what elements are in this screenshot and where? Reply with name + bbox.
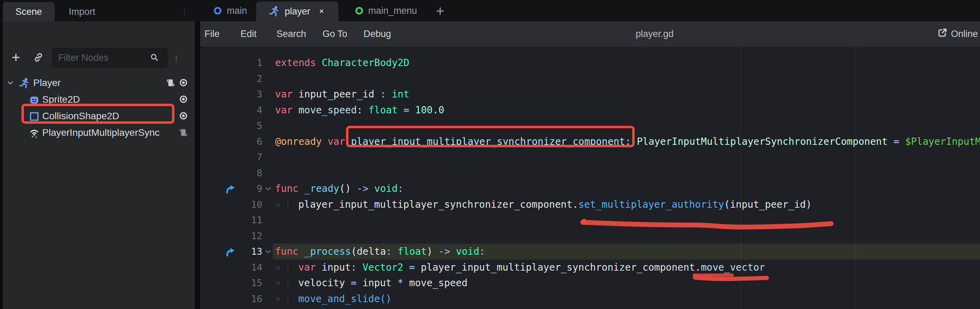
line-number: 11 (200, 212, 262, 228)
line-number: 4 (200, 102, 262, 118)
new-tab-button[interactable] (434, 6, 446, 18)
line-number: 1 (200, 55, 262, 71)
script-icon[interactable] (165, 78, 175, 90)
code-line-12[interactable]: 12 (200, 228, 980, 244)
line-number: 9 (200, 181, 262, 196)
code-text: func _ready() -> void: (275, 181, 404, 196)
fold-chevron-icon[interactable] (264, 248, 272, 257)
current-file-name: player.gd (636, 21, 674, 47)
visibility-eye-icon[interactable] (178, 78, 189, 90)
line-length-guideline (856, 47, 856, 309)
online-docs-link[interactable]: Online (936, 21, 978, 47)
line-number: 3 (200, 86, 262, 102)
character-body-2d-icon (269, 6, 280, 17)
scene-tree: PlayerSprite2DCollisionShape2DPlayerInpu… (0, 48, 196, 309)
code-text: »var input: Vector2 = player_input_multi… (275, 260, 765, 276)
code-line-15[interactable]: 15»velocity = input * move_speed (200, 275, 980, 291)
code-text: »player_input_multiplayer_synchronizer_c… (275, 196, 811, 212)
visibility-eye-icon[interactable] (178, 111, 189, 123)
menu-edit[interactable]: Edit (240, 21, 257, 47)
dock-menu-dots-icon[interactable] (183, 5, 188, 20)
collision-shape-2d-icon (29, 111, 40, 124)
menu-go-to[interactable]: Go To (323, 21, 347, 47)
code-line-2[interactable]: 2 (200, 71, 980, 87)
tree-row-playerinputmultiplayersync[interactable]: PlayerInputMultiplayerSync (0, 124, 195, 141)
code-line-3[interactable]: 3var input_peer_id : int (200, 86, 980, 102)
control-node-icon (355, 6, 364, 15)
line-number: 17 (200, 307, 262, 309)
sprite-2d-icon (29, 94, 40, 107)
line-number: 8 (200, 165, 262, 181)
line-number: 7 (200, 149, 262, 165)
code-line-1[interactable]: 1extends CharacterBody2D (200, 55, 980, 71)
scene-tab-main_menu[interactable]: main_menu (341, 0, 431, 21)
code-line-7[interactable]: 7 (200, 149, 980, 165)
code-text: var move_speed: float = 100.0 (275, 102, 444, 118)
line-number: 13 (200, 244, 262, 260)
menu-file[interactable]: File (205, 21, 220, 47)
code-text: »velocity = input * move_speed (275, 275, 468, 291)
code-text: var input_peer_id : int (275, 86, 409, 102)
code-text: func _process(delta: float) -> void: (275, 244, 485, 260)
menu-debug[interactable]: Debug (364, 21, 391, 47)
fold-chevron-icon[interactable] (264, 185, 272, 194)
godot-editor: PlayerSprite2DCollisionShape2DPlayerInpu… (0, 0, 980, 309)
dock-tab-import[interactable]: Import (55, 2, 109, 21)
tree-node-label: PlayerInputMultiplayerSync (42, 124, 159, 141)
code-line-14[interactable]: 14»var input: Vector2 = player_input_mul… (200, 260, 980, 276)
scene-tab-label: player (285, 6, 310, 17)
code-line-9[interactable]: 9func _ready() -> void: (200, 181, 980, 196)
code-text: »move_and_slide() (275, 291, 392, 307)
dock-tab-scene[interactable]: Scene (3, 2, 55, 21)
line-number: 12 (200, 228, 262, 244)
code-line-6[interactable]: 6@onready var player_input_multiplayer_s… (200, 134, 980, 150)
tree-node-label: CollisionShape2D (42, 108, 119, 124)
line-number: 2 (200, 71, 262, 87)
tree-node-label: Sprite2D (42, 91, 80, 108)
code-text: @onready var player_input_multiplayer_sy… (275, 134, 980, 150)
line-number: 10 (200, 196, 262, 212)
code-line-8[interactable]: 8 (200, 165, 980, 181)
scene-tab-label: main_menu (368, 6, 417, 16)
line-number: 14 (200, 260, 262, 276)
scene-tab-player[interactable]: player (256, 2, 339, 21)
external-link-icon (936, 27, 948, 41)
code-line-4[interactable]: 4var move_speed: float = 100.0 (200, 102, 980, 118)
multiplayer-sync-icon (29, 127, 40, 140)
node-2d-icon (213, 6, 222, 15)
line-number: 16 (200, 291, 262, 307)
panel-divider[interactable] (195, 21, 200, 309)
collapse-chevron-icon[interactable] (6, 79, 14, 89)
line-number: 6 (200, 134, 262, 150)
scene-tab-label: main (227, 6, 247, 16)
menu-search[interactable]: Search (277, 21, 306, 47)
tab-indent-marker: » (275, 275, 298, 291)
tab-indent-marker: » (275, 260, 298, 276)
tab-indent-marker: » (275, 196, 298, 212)
code-line-10[interactable]: 10»player_input_multiplayer_synchronizer… (200, 196, 980, 212)
code-line-11[interactable]: 11 (200, 212, 980, 228)
code-line-17[interactable]: 17 (200, 307, 980, 309)
line-length-guideline (741, 47, 741, 309)
scene-tab-main[interactable]: main (204, 0, 256, 21)
visibility-eye-icon[interactable] (178, 94, 189, 106)
tree-row-collisionshape2d[interactable]: CollisionShape2D (0, 108, 195, 124)
code-text: extends CharacterBody2D (275, 55, 409, 71)
code-area[interactable]: 1716»move_and_slide()15»velocity = input… (200, 47, 980, 309)
scene-dock: PlayerSprite2DCollisionShape2DPlayerInpu… (0, 21, 196, 309)
code-line-16[interactable]: 16»move_and_slide() (200, 291, 980, 307)
code-line-13[interactable]: 13func _process(delta: float) -> void: (200, 244, 980, 260)
character-body-2d-icon (19, 78, 30, 90)
tree-node-label: Player (33, 74, 60, 91)
window-edge (0, 0, 3, 309)
close-icon[interactable] (318, 7, 326, 16)
script-menubar: FileEditSearchGo ToDebug player.gd Onlin… (200, 21, 980, 47)
tree-row-sprite2d[interactable]: Sprite2D (0, 91, 195, 108)
code-line-5[interactable]: 5 (200, 118, 980, 134)
tab-indent-marker: » (275, 291, 298, 307)
script-icon[interactable] (178, 128, 188, 139)
line-number: 15 (200, 275, 262, 291)
tree-row-player[interactable]: Player (0, 74, 195, 91)
line-number: 5 (200, 118, 262, 134)
script-editor: mainplayermain_menu FileEditSearchGo ToD… (200, 0, 980, 309)
